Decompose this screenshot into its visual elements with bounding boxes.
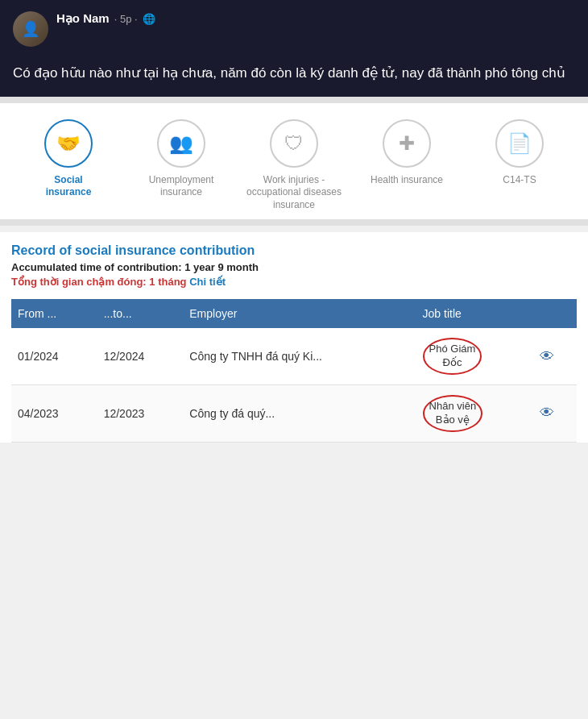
cell-from-1: 01/2024	[11, 328, 97, 384]
tab-unemployment-insurance[interactable]: 👥 Unemployment insurance	[133, 119, 230, 199]
work-injuries-label: Work injuries - occupational diseases in…	[246, 174, 342, 212]
insurance-tabs: 🤝 Socialinsurance 👥 Unemployment insuran…	[8, 119, 580, 212]
record-section: Record of social insurance contribution …	[0, 232, 588, 443]
health-insurance-icon: ✚	[383, 119, 431, 168]
col-action	[533, 299, 577, 328]
health-insurance-label: Health insurance	[371, 174, 443, 187]
job-title-highlight-2: Nhân viênBảo vệ	[423, 395, 483, 432]
cell-from-2: 04/2023	[11, 385, 97, 443]
avatar-image: 👤	[13, 11, 48, 47]
work-injuries-icon: 🛡	[270, 119, 318, 168]
tab-work-injuries[interactable]: 🛡 Work injuries - occupational diseases …	[246, 119, 342, 212]
tab-social-insurance[interactable]: 🤝 Socialinsurance	[20, 119, 117, 199]
unemployment-label: Unemployment insurance	[133, 174, 230, 199]
unemployment-icon: 👥	[157, 119, 205, 168]
detail-link[interactable]: Chi tiết	[189, 276, 226, 288]
app-section: 🤝 Socialinsurance 👥 Unemployment insuran…	[0, 103, 588, 220]
col-from: From ...	[11, 299, 97, 328]
author-row: Hạo Nam · 5p · 🌐	[56, 11, 155, 26]
table-row: 04/2023 12/2023 Công ty đá quý... Nhân v…	[11, 385, 577, 443]
social-insurance-label: Socialinsurance	[46, 174, 92, 199]
accumulated-time: Accumulated time of contribution: 1 year…	[11, 261, 577, 273]
table-body: 01/2024 12/2024 Công ty TNHH đá quý Ki..…	[11, 328, 577, 442]
tab-health-insurance[interactable]: ✚ Health insurance	[358, 119, 455, 187]
social-insurance-icon: 🤝	[44, 119, 93, 168]
post-author: Hạo Nam	[56, 11, 110, 26]
cell-employer-2: Công ty đá quý...	[183, 385, 416, 443]
table-row: 01/2024 12/2024 Công ty TNHH đá quý Ki..…	[11, 328, 577, 384]
record-title: Record of social insurance contribution	[11, 243, 577, 258]
post-meta: Hạo Nam · 5p · 🌐	[56, 11, 155, 26]
cell-employer-1: Công ty TNHH đá quý Ki...	[183, 328, 416, 384]
col-employer: Employer	[183, 299, 416, 328]
col-job-title: Job title	[416, 299, 533, 328]
cell-job-title-2: Nhân viênBảo vệ	[416, 385, 533, 443]
post-text: Có đạo hữu nào như tại hạ chưa, năm đó c…	[13, 63, 575, 84]
cell-job-title-1: Phó GiámĐốc	[416, 328, 533, 384]
cell-to-2: 12/2023	[97, 385, 184, 443]
c14ts-icon: 📄	[495, 119, 544, 168]
warning-text: Tổng thời gian chậm đóng: 1 tháng	[11, 276, 187, 288]
cell-to-1: 12/2024	[97, 328, 184, 384]
contribution-table: From ... ...to... Employer Job title 01/…	[11, 299, 577, 443]
post-content: Có đạo hữu nào như tại hạ chưa, năm đó c…	[0, 58, 588, 97]
post-time: · 5p ·	[114, 13, 138, 25]
job-title-highlight-1: Phó GiámĐốc	[423, 338, 482, 375]
table-header: From ... ...to... Employer Job title	[11, 299, 577, 328]
cell-view-1[interactable]: 👁	[533, 328, 577, 384]
eye-icon-1[interactable]: 👁	[540, 348, 554, 364]
tab-c14ts[interactable]: 📄 C14-TS	[471, 119, 568, 187]
divider-1	[0, 97, 588, 103]
cell-view-2[interactable]: 👁	[533, 385, 577, 443]
eye-icon-2[interactable]: 👁	[540, 405, 554, 421]
avatar: 👤	[13, 11, 48, 47]
divider-2	[0, 219, 588, 226]
globe-icon: 🌐	[143, 13, 155, 25]
post-header: 👤 Hạo Nam · 5p · 🌐	[0, 0, 588, 58]
c14ts-label: C14-TS	[503, 174, 536, 187]
col-to: ...to...	[97, 299, 184, 328]
record-warning: Tổng thời gian chậm đóng: 1 tháng Chi ti…	[11, 276, 577, 288]
